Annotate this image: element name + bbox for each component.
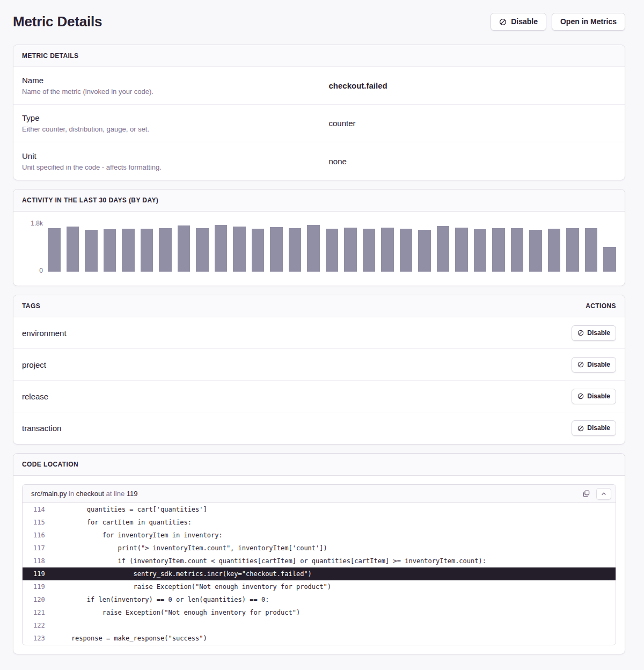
- activity-bar: [178, 225, 191, 272]
- code-line-gutter-number: 116: [23, 529, 46, 542]
- metric-details-panel: METRIC DETAILS Name Name of the metric (…: [13, 45, 625, 180]
- metric-detail-left: Type Either counter, distribution, gauge…: [22, 113, 319, 133]
- tag-name: transaction: [22, 424, 61, 433]
- code-line: 116 for inventoryItem in inventory:: [23, 529, 616, 542]
- code-line-source: if len(inventory) == 0 or len(quantities…: [46, 593, 269, 606]
- disable-button-label: Disable: [511, 17, 538, 26]
- actions-header-label: ACTIONS: [586, 302, 616, 310]
- code-line: 120 if len(inventory) == 0 or len(quanti…: [23, 593, 616, 606]
- metric-details-panel-title: METRIC DETAILS: [22, 52, 78, 60]
- code-line-source: quantities = cart['quantities']: [46, 503, 207, 516]
- no-entry-icon: [577, 361, 584, 368]
- metric-detail-description: Name of the metric (invoked in your code…: [22, 88, 319, 96]
- code-line: 119 raise Exception("Not enough inventor…: [23, 580, 616, 593]
- no-entry-icon: [577, 425, 584, 432]
- metric-detail-left: Unit Unit specified in the code - affect…: [22, 151, 319, 171]
- code-line-gutter-number: 121: [23, 606, 46, 619]
- activity-bar: [492, 228, 505, 272]
- tag-disable-button[interactable]: Disable: [572, 420, 616, 436]
- code-in-word: in: [69, 490, 74, 498]
- metric-detail-description: Either counter, distribution, gauge, or …: [22, 125, 319, 133]
- activity-bar: [381, 228, 394, 272]
- code-line-source: print("> inventoryItem.count", inventory…: [46, 542, 327, 555]
- code-line: 115 for cartItem in quantities:: [23, 516, 616, 529]
- tag-disable-button[interactable]: Disable: [572, 389, 616, 404]
- code-breadcrumb: src/main.py in checkout at line 119: [31, 490, 138, 498]
- activity-bar: [233, 227, 246, 272]
- activity-bar: [104, 229, 116, 272]
- code-body: 114 quantities = cart['quantities'] 115 …: [23, 503, 616, 645]
- tag-row: transaction Disable: [13, 412, 625, 444]
- copy-icon: [582, 490, 590, 498]
- code-line: 119 sentry_sdk.metrics.incr(key="checkou…: [23, 567, 616, 580]
- code-file-name: src/main.py: [31, 490, 67, 498]
- code-location-panel-header: CODE LOCATION: [13, 454, 625, 476]
- metric-detail-value: counter: [319, 119, 617, 128]
- activity-bar: [85, 230, 98, 272]
- activity-bar: [141, 229, 153, 272]
- code-frame-header: src/main.py in checkout at line 119: [23, 485, 616, 503]
- tag-row: project Disable: [13, 349, 625, 381]
- activity-bar: [196, 228, 209, 272]
- tags-panel: TAGS ACTIONS environment Disable project: [13, 295, 625, 445]
- code-line-gutter-number: 123: [23, 632, 46, 645]
- activity-bar: [48, 228, 61, 272]
- tag-disable-button[interactable]: Disable: [572, 325, 616, 341]
- copy-button[interactable]: [581, 488, 592, 499]
- activity-bar: [159, 228, 172, 272]
- code-location-panel: CODE LOCATION src/main.py in checkout at…: [13, 453, 625, 654]
- activity-bar: [122, 229, 135, 272]
- code-line-source: [46, 619, 56, 632]
- chart-bars: [48, 222, 616, 272]
- metric-detail-value: checkout.failed: [319, 81, 617, 90]
- activity-bar: [67, 227, 79, 272]
- tag-disable-label: Disable: [587, 392, 610, 401]
- metric-details-page: Metric Details Disable Open in Metrics M…: [0, 0, 644, 668]
- code-line-gutter-number: 118: [23, 555, 46, 567]
- metric-detail-row: Type Either counter, distribution, gauge…: [13, 105, 625, 142]
- disable-button[interactable]: Disable: [491, 13, 546, 31]
- metric-detail-left: Name Name of the metric (invoked in your…: [22, 76, 319, 96]
- open-in-metrics-label: Open in Metrics: [560, 17, 617, 26]
- activity-bar: [400, 229, 413, 272]
- tag-disable-button[interactable]: Disable: [572, 357, 616, 373]
- activity-bar: [215, 225, 228, 272]
- activity-bar: [548, 229, 561, 272]
- activity-bar: [455, 228, 468, 272]
- code-line: 117 print("> inventoryItem.count", inven…: [23, 542, 616, 555]
- activity-bar: [474, 229, 487, 272]
- metric-details-panel-header: METRIC DETAILS: [13, 45, 625, 67]
- tag-disable-label: Disable: [587, 329, 610, 338]
- metric-detail-description: Unit specified in the code - affects for…: [22, 163, 319, 171]
- code-at-line-words: at line: [106, 490, 125, 498]
- metric-detail-label: Unit: [22, 151, 319, 161]
- activity-bar: [511, 228, 524, 272]
- page-title: Metric Details: [13, 13, 102, 30]
- activity-bar: [437, 226, 450, 272]
- tag-disable-label: Disable: [587, 424, 610, 433]
- code-frame: src/main.py in checkout at line 119: [22, 484, 616, 645]
- tags-panel-header: TAGS ACTIONS: [13, 295, 625, 317]
- tags-header-label: TAGS: [22, 302, 40, 310]
- code-line-gutter-number: 120: [23, 593, 46, 606]
- metric-detail-row: Name Name of the metric (invoked in your…: [13, 67, 625, 105]
- activity-bar: [326, 229, 339, 272]
- tag-name: environment: [22, 329, 67, 338]
- code-line: 122: [23, 619, 616, 632]
- code-frame-actions: [581, 488, 611, 500]
- code-line-gutter-number: 122: [23, 619, 46, 632]
- code-line-source: raise Exception("Not enough inventory fo…: [46, 580, 331, 593]
- code-line-source: response = make_response("success"): [46, 632, 207, 645]
- collapse-button[interactable]: [596, 488, 611, 500]
- code-line: 121 raise Exception("Not enough inventor…: [23, 606, 616, 619]
- code-line-source: for inventoryItem in inventory:: [46, 529, 223, 542]
- code-line-source: sentry_sdk.metrics.incr(key="checkout.fa…: [46, 567, 312, 580]
- activity-panel-title: ACTIVITY IN THE LAST 30 DAYS (BY DAY): [22, 196, 158, 204]
- activity-bar: [529, 230, 542, 272]
- activity-bar: [566, 228, 579, 272]
- activity-bar-chart: 1.8k 0: [13, 212, 625, 286]
- activity-bar: [585, 228, 598, 272]
- metric-detail-label: Type: [22, 113, 319, 122]
- activity-bar: [344, 228, 357, 272]
- open-in-metrics-button[interactable]: Open in Metrics: [552, 13, 625, 31]
